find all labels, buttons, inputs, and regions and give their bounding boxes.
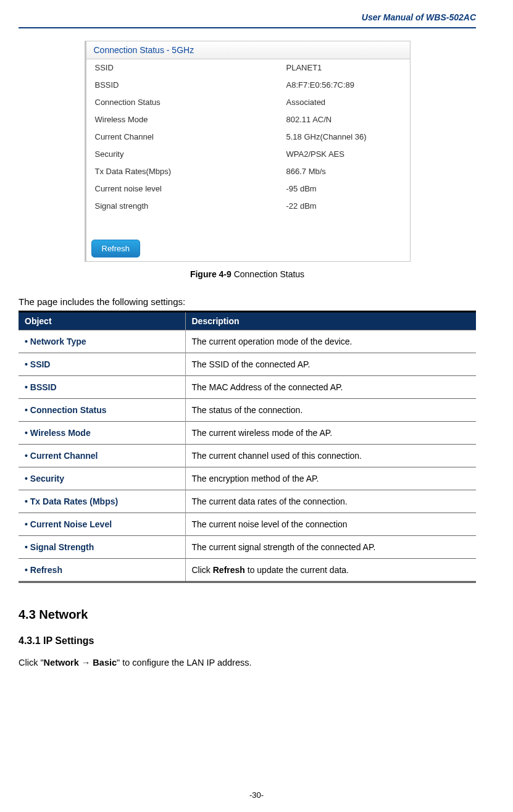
table-row: BSSIDThe MAC Address of the connected AP… (19, 376, 476, 399)
screenshot-body: SSIDPLANET1BSSIDA8:F7:E0:56:7C:89Connect… (86, 59, 410, 215)
section-4-3-heading: 4.3 Network (19, 608, 476, 622)
page: User Manual of WBS-502AC Connection Stat… (0, 0, 513, 812)
figure-text: Connection Status (231, 269, 304, 279)
screenshot-key: Connection Status (95, 95, 286, 110)
refresh-button[interactable]: Refresh (91, 240, 141, 257)
screenshot-row: Signal strength-22 dBm (86, 198, 410, 215)
screenshot-key: Current noise level (95, 182, 286, 196)
screenshot-key: BSSID (95, 78, 286, 93)
table-desc-cell: The current channel used of this connect… (185, 445, 476, 467)
table-desc-cell: The current noise level of the connectio… (185, 513, 476, 536)
para-pre: Click " (19, 658, 44, 668)
intro-text: The page includes the following settings… (19, 296, 476, 307)
screenshot-row: Connection StatusAssociated (86, 94, 410, 111)
table-desc-cell: Click Refresh to update the current data… (185, 559, 476, 582)
para-bold: Network → Basic (44, 658, 117, 668)
screenshot-value: PLANET1 (286, 61, 401, 75)
table-desc-cell: The current data rates of the connection… (185, 490, 476, 513)
screenshot-value: WPA2/PSK AES (286, 147, 401, 162)
screenshot-key: Security (95, 147, 286, 162)
table-object-cell: Refresh (19, 559, 185, 582)
screenshot-key: Tx Data Rates(Mbps) (95, 164, 286, 179)
screenshot-value: -22 dBm (286, 199, 401, 214)
section-4-3-1-heading: 4.3.1 IP Settings (19, 635, 476, 647)
table-desc-cell: The MAC Address of the connected AP. (185, 376, 476, 399)
table-row: SSIDThe SSID of the connected AP. (19, 353, 476, 376)
screenshot-row: BSSIDA8:F7:E0:56:7C:89 (86, 77, 410, 94)
figure-label: Figure 4-9 (190, 269, 231, 279)
table-object-cell: Network Type (19, 330, 185, 353)
screenshot-wrap: Connection Status - 5GHz SSIDPLANET1BSSI… (19, 41, 476, 262)
screenshot-key: Signal strength (95, 199, 286, 214)
screenshot-key: Wireless Mode (95, 112, 286, 127)
table-row: Network TypeThe current operation mode o… (19, 330, 476, 353)
screenshot-gap (86, 215, 410, 240)
para-post: " to configure the LAN IP address. (117, 658, 251, 668)
page-number: -30- (0, 790, 513, 800)
table-row: Current ChannelThe current channel used … (19, 445, 476, 467)
table-desc-cell: The current signal strength of the conne… (185, 536, 476, 559)
ip-settings-paragraph: Click "Network → Basic" to configure the… (19, 658, 476, 668)
screenshot-value: Associated (286, 95, 401, 110)
table-row: Tx Data Rates (Mbps)The current data rat… (19, 490, 476, 513)
table-object-cell: Security (19, 467, 185, 490)
table-object-cell: Current Channel (19, 445, 185, 467)
table-row: Connection StatusThe status of the conne… (19, 399, 476, 422)
description-table: Object Description Network TypeThe curre… (19, 311, 476, 583)
screenshot-value: A8:F7:E0:56:7C:89 (286, 78, 401, 93)
table-head-object: Object (19, 312, 185, 330)
table-object-cell: Connection Status (19, 399, 185, 422)
screenshot-value: 802.11 AC/N (286, 112, 401, 127)
table-object-cell: SSID (19, 353, 185, 376)
screenshot-row: Wireless Mode802.11 AC/N (86, 111, 410, 128)
screenshot-title: Connection Status - 5GHz (86, 41, 410, 59)
screenshot-value: 5.18 GHz(Channel 36) (286, 130, 401, 144)
screenshot-row: Tx Data Rates(Mbps)866.7 Mb/s (86, 163, 410, 180)
table-row: Signal StrengthThe current signal streng… (19, 536, 476, 559)
screenshot-row: Current Channel5.18 GHz(Channel 36) (86, 128, 410, 146)
table-object-cell: Wireless Mode (19, 422, 185, 445)
screenshot-row: SecurityWPA2/PSK AES (86, 146, 410, 163)
figure-caption: Figure 4-9 Connection Status (19, 269, 476, 279)
table-object-cell: Signal Strength (19, 536, 185, 559)
screenshot-row: Current noise level-95 dBm (86, 180, 410, 198)
screenshot-key: SSID (95, 61, 286, 75)
table-head-description: Description (185, 312, 476, 330)
table-object-cell: Current Noise Level (19, 513, 185, 536)
screenshot-value: 866.7 Mb/s (286, 164, 401, 179)
table-object-cell: Tx Data Rates (Mbps) (19, 490, 185, 513)
table-object-cell: BSSID (19, 376, 185, 399)
screenshot-row: SSIDPLANET1 (86, 59, 410, 77)
screenshot-panel: Connection Status - 5GHz SSIDPLANET1BSSI… (85, 41, 411, 262)
page-header: User Manual of WBS-502AC (19, 12, 476, 28)
table-desc-cell: The current operation mode of the device… (185, 330, 476, 353)
table-row: Current Noise LevelThe current noise lev… (19, 513, 476, 536)
screenshot-key: Current Channel (95, 130, 286, 144)
table-row: RefreshClick Refresh to update the curre… (19, 559, 476, 582)
table-row: Wireless ModeThe current wireless mode o… (19, 422, 476, 445)
table-desc-cell: The status of the connection. (185, 399, 476, 422)
table-desc-cell: The current wireless mode of the AP. (185, 422, 476, 445)
table-desc-cell: The SSID of the connected AP. (185, 353, 476, 376)
table-desc-cell: The encryption method of the AP. (185, 467, 476, 490)
table-row: SecurityThe encryption method of the AP. (19, 467, 476, 490)
screenshot-value: -95 dBm (286, 182, 401, 196)
